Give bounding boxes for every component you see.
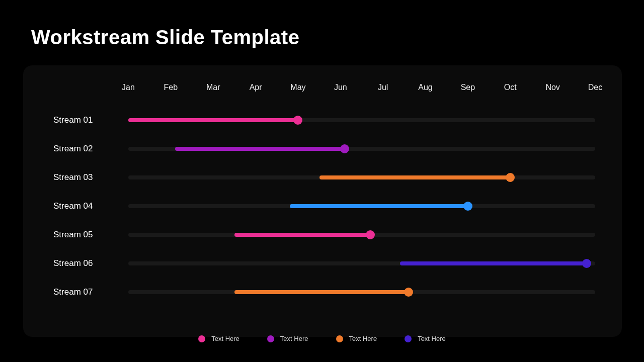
legend-dot-icon [267, 335, 274, 342]
month-axis: JanFebMarAprMayJunJulAugSepOctNovDec [128, 83, 595, 97]
month-label: Nov [545, 83, 559, 92]
legend-dot-icon [336, 335, 343, 342]
workstream-bar [290, 204, 468, 208]
month-label: Jul [378, 83, 388, 92]
workstream-end-dot [366, 230, 375, 239]
workstream-end-dot [340, 144, 349, 153]
workstream-label: Stream 04 [53, 201, 93, 211]
slide: Workstream Slide Template JanFebMarAprMa… [0, 0, 644, 362]
workstream-row: Stream 07 [53, 278, 596, 306]
workstream-label: Stream 03 [53, 172, 93, 183]
month-label: Apr [250, 83, 262, 92]
workstream-bar [175, 147, 345, 151]
legend-item: Text Here [336, 335, 377, 342]
track [128, 233, 595, 237]
month-label: Jan [122, 83, 135, 92]
workstream-end-dot [463, 202, 472, 211]
legend-label: Text Here [211, 335, 239, 342]
workstream-label: Stream 02 [53, 144, 93, 154]
workstream-bar [400, 261, 587, 265]
month-label: Aug [418, 83, 432, 92]
slide-title: Workstream Slide Template [31, 26, 299, 49]
legend-item: Text Here [405, 335, 446, 342]
workstream-label: Stream 07 [53, 287, 93, 297]
legend-item: Text Here [198, 335, 239, 342]
workstream-label: Stream 01 [53, 115, 93, 125]
workstream-bar [128, 118, 298, 122]
month-label: Mar [206, 83, 220, 92]
workstream-bar [234, 290, 409, 294]
legend-items: Text HereText HereText HereText Here [198, 335, 446, 342]
workstream-bar [319, 175, 511, 179]
legend-item: Text Here [267, 335, 308, 342]
workstream-end-dot [293, 116, 302, 125]
workstream-row: Stream 06 [53, 249, 596, 278]
workstream-row: Stream 02 [53, 134, 596, 163]
track [128, 175, 595, 179]
workstream-bar [234, 233, 370, 237]
workstream-end-dot [506, 173, 515, 182]
track [128, 261, 595, 265]
workstream-row: Stream 05 [53, 220, 596, 249]
month-label: Feb [164, 83, 178, 92]
workstream-label: Stream 05 [53, 230, 93, 240]
track [128, 290, 595, 294]
legend-label: Text Here [418, 335, 446, 342]
workstream-row: Stream 03 [53, 163, 596, 192]
month-label: May [290, 83, 305, 92]
workstream-rows: Stream 01Stream 02Stream 03Stream 04Stre… [53, 106, 596, 306]
workstream-row: Stream 01 [53, 106, 596, 134]
legend-dot-icon [405, 335, 412, 342]
month-label: Dec [588, 83, 602, 92]
month-label: Sep [461, 83, 475, 92]
track [128, 118, 595, 122]
legend-label: Text Here [280, 335, 308, 342]
track [128, 147, 595, 151]
track [128, 204, 595, 208]
workstream-label: Stream 06 [53, 258, 93, 268]
legend-label: Text Here [349, 335, 377, 342]
workstream-end-dot [404, 288, 413, 297]
workstream-end-dot [582, 259, 591, 268]
legend-dot-icon [198, 335, 205, 342]
legend: Text HereText HereText HereText Here [0, 335, 644, 347]
workstream-row: Stream 04 [53, 192, 596, 220]
month-label: Jun [334, 83, 347, 92]
month-label: Oct [504, 83, 517, 92]
